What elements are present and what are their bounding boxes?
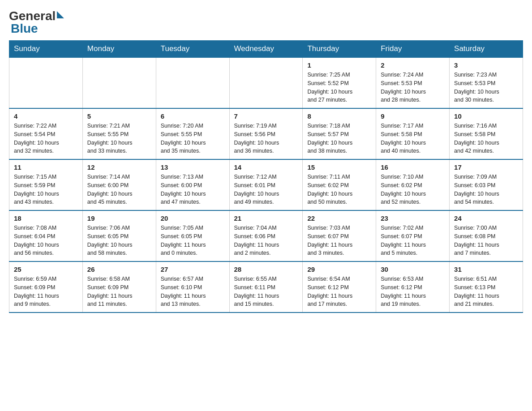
week-row-5: 25Sunrise: 6:59 AM Sunset: 6:09 PM Dayli… <box>9 261 523 313</box>
day-number: 1 <box>307 61 371 69</box>
day-cell: 18Sunrise: 7:08 AM Sunset: 6:04 PM Dayli… <box>9 210 83 261</box>
day-cell: 16Sunrise: 7:10 AM Sunset: 6:02 PM Dayli… <box>376 159 450 210</box>
day-info: Sunrise: 6:58 AM Sunset: 6:09 PM Dayligh… <box>87 275 151 308</box>
day-cell: 2Sunrise: 7:24 AM Sunset: 5:53 PM Daylig… <box>376 57 450 108</box>
day-info: Sunrise: 7:18 AM Sunset: 5:57 PM Dayligh… <box>307 122 371 155</box>
day-number: 10 <box>454 112 518 120</box>
day-number: 8 <box>307 112 371 120</box>
day-number: 4 <box>14 112 78 120</box>
day-cell: 1Sunrise: 7:25 AM Sunset: 5:52 PM Daylig… <box>303 57 376 108</box>
logo-blue: Blue <box>11 21 38 36</box>
day-number: 15 <box>307 163 371 171</box>
day-info: Sunrise: 6:51 AM Sunset: 6:13 PM Dayligh… <box>454 275 518 308</box>
day-info: Sunrise: 7:00 AM Sunset: 6:08 PM Dayligh… <box>454 224 518 257</box>
day-number: 2 <box>381 61 445 69</box>
day-info: Sunrise: 7:05 AM Sunset: 6:05 PM Dayligh… <box>161 224 225 257</box>
day-info: Sunrise: 6:53 AM Sunset: 6:12 PM Dayligh… <box>381 275 445 308</box>
day-info: Sunrise: 7:19 AM Sunset: 5:56 PM Dayligh… <box>234 122 298 155</box>
day-number: 30 <box>381 265 445 273</box>
day-number: 21 <box>234 214 298 222</box>
day-number: 20 <box>161 214 225 222</box>
day-cell: 10Sunrise: 7:16 AM Sunset: 5:58 PM Dayli… <box>450 108 523 159</box>
day-number: 13 <box>161 163 225 171</box>
weekday-header-monday: Monday <box>82 41 156 58</box>
day-cell: 5Sunrise: 7:21 AM Sunset: 5:55 PM Daylig… <box>82 108 156 159</box>
day-number: 23 <box>381 214 445 222</box>
day-number: 24 <box>454 214 518 222</box>
day-number: 6 <box>161 112 225 120</box>
day-info: Sunrise: 7:17 AM Sunset: 5:58 PM Dayligh… <box>381 122 445 155</box>
week-row-2: 4Sunrise: 7:22 AM Sunset: 5:54 PM Daylig… <box>9 108 523 159</box>
week-row-1: 1Sunrise: 7:25 AM Sunset: 5:52 PM Daylig… <box>9 57 523 108</box>
day-info: Sunrise: 7:15 AM Sunset: 5:59 PM Dayligh… <box>14 173 78 206</box>
weekday-header-wednesday: Wednesday <box>229 41 303 58</box>
day-cell <box>156 57 229 108</box>
day-cell: 14Sunrise: 7:12 AM Sunset: 6:01 PM Dayli… <box>229 159 303 210</box>
day-cell: 12Sunrise: 7:14 AM Sunset: 6:00 PM Dayli… <box>82 159 156 210</box>
day-info: Sunrise: 7:14 AM Sunset: 6:00 PM Dayligh… <box>87 173 151 206</box>
day-cell <box>9 57 83 108</box>
day-info: Sunrise: 6:54 AM Sunset: 6:12 PM Dayligh… <box>307 275 371 308</box>
day-cell <box>82 57 156 108</box>
day-number: 14 <box>234 163 298 171</box>
day-info: Sunrise: 7:04 AM Sunset: 6:06 PM Dayligh… <box>234 224 298 257</box>
day-number: 19 <box>87 214 151 222</box>
day-cell: 22Sunrise: 7:03 AM Sunset: 6:07 PM Dayli… <box>303 210 376 261</box>
day-number: 28 <box>234 265 298 273</box>
day-cell: 3Sunrise: 7:23 AM Sunset: 5:53 PM Daylig… <box>450 57 523 108</box>
day-info: Sunrise: 7:02 AM Sunset: 6:07 PM Dayligh… <box>381 224 445 257</box>
weekday-header-thursday: Thursday <box>303 41 376 58</box>
day-number: 16 <box>381 163 445 171</box>
day-cell: 19Sunrise: 7:06 AM Sunset: 6:05 PM Dayli… <box>82 210 156 261</box>
day-info: Sunrise: 7:13 AM Sunset: 6:00 PM Dayligh… <box>161 173 225 206</box>
weekday-header-sunday: Sunday <box>9 41 83 58</box>
day-number: 17 <box>454 163 518 171</box>
day-cell: 29Sunrise: 6:54 AM Sunset: 6:12 PM Dayli… <box>303 261 376 313</box>
day-info: Sunrise: 7:22 AM Sunset: 5:54 PM Dayligh… <box>14 122 78 155</box>
weekday-header-friday: Friday <box>376 41 450 58</box>
day-cell: 21Sunrise: 7:04 AM Sunset: 6:06 PM Dayli… <box>229 210 303 261</box>
day-number: 12 <box>87 163 151 171</box>
day-info: Sunrise: 7:16 AM Sunset: 5:58 PM Dayligh… <box>454 122 518 155</box>
day-info: Sunrise: 7:09 AM Sunset: 6:03 PM Dayligh… <box>454 173 518 206</box>
day-cell: 20Sunrise: 7:05 AM Sunset: 6:05 PM Dayli… <box>156 210 229 261</box>
week-row-3: 11Sunrise: 7:15 AM Sunset: 5:59 PM Dayli… <box>9 159 523 210</box>
day-number: 5 <box>87 112 151 120</box>
day-info: Sunrise: 7:24 AM Sunset: 5:53 PM Dayligh… <box>381 71 445 104</box>
day-cell: 17Sunrise: 7:09 AM Sunset: 6:03 PM Dayli… <box>450 159 523 210</box>
day-cell: 23Sunrise: 7:02 AM Sunset: 6:07 PM Dayli… <box>376 210 450 261</box>
day-number: 29 <box>307 265 371 273</box>
day-number: 27 <box>161 265 225 273</box>
weekday-header-saturday: Saturday <box>450 41 523 58</box>
day-cell <box>229 57 303 108</box>
day-info: Sunrise: 7:23 AM Sunset: 5:53 PM Dayligh… <box>454 71 518 104</box>
day-cell: 28Sunrise: 6:55 AM Sunset: 6:11 PM Dayli… <box>229 261 303 313</box>
day-cell: 25Sunrise: 6:59 AM Sunset: 6:09 PM Dayli… <box>9 261 83 313</box>
day-info: Sunrise: 7:11 AM Sunset: 6:02 PM Dayligh… <box>307 173 371 206</box>
day-info: Sunrise: 6:59 AM Sunset: 6:09 PM Dayligh… <box>14 275 78 308</box>
day-cell: 27Sunrise: 6:57 AM Sunset: 6:10 PM Dayli… <box>156 261 229 313</box>
day-cell: 6Sunrise: 7:20 AM Sunset: 5:55 PM Daylig… <box>156 108 229 159</box>
day-cell: 9Sunrise: 7:17 AM Sunset: 5:58 PM Daylig… <box>376 108 450 159</box>
day-cell: 7Sunrise: 7:19 AM Sunset: 5:56 PM Daylig… <box>229 108 303 159</box>
logo: General Blue <box>9 9 64 36</box>
day-number: 7 <box>234 112 298 120</box>
day-info: Sunrise: 7:06 AM Sunset: 6:05 PM Dayligh… <box>87 224 151 257</box>
weekday-header-row: SundayMondayTuesdayWednesdayThursdayFrid… <box>9 41 523 58</box>
page-header: General Blue <box>9 9 523 36</box>
day-number: 3 <box>454 61 518 69</box>
day-info: Sunrise: 6:57 AM Sunset: 6:10 PM Dayligh… <box>161 275 225 308</box>
day-cell: 4Sunrise: 7:22 AM Sunset: 5:54 PM Daylig… <box>9 108 83 159</box>
day-cell: 30Sunrise: 6:53 AM Sunset: 6:12 PM Dayli… <box>376 261 450 313</box>
day-info: Sunrise: 7:03 AM Sunset: 6:07 PM Dayligh… <box>307 224 371 257</box>
day-info: Sunrise: 7:20 AM Sunset: 5:55 PM Dayligh… <box>161 122 225 155</box>
week-row-4: 18Sunrise: 7:08 AM Sunset: 6:04 PM Dayli… <box>9 210 523 261</box>
day-number: 18 <box>14 214 78 222</box>
day-number: 11 <box>14 163 78 171</box>
day-number: 25 <box>14 265 78 273</box>
day-cell: 8Sunrise: 7:18 AM Sunset: 5:57 PM Daylig… <box>303 108 376 159</box>
day-number: 26 <box>87 265 151 273</box>
day-info: Sunrise: 7:21 AM Sunset: 5:55 PM Dayligh… <box>87 122 151 155</box>
day-number: 22 <box>307 214 371 222</box>
day-number: 31 <box>454 265 518 273</box>
